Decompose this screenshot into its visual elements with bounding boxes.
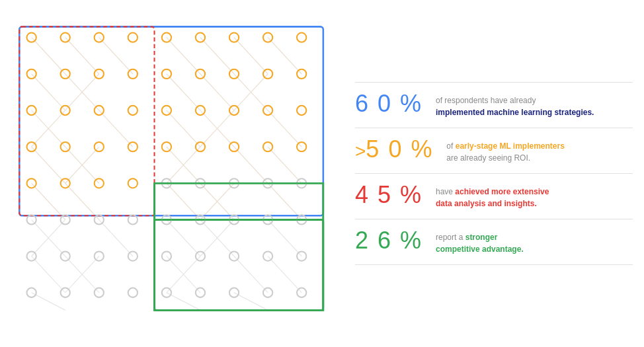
stat-highlight-60: implemented machine learning strategies.: [436, 108, 594, 117]
svg-line-49: [167, 292, 200, 310]
svg-point-80: [297, 105, 306, 114]
svg-line-17: [167, 110, 200, 147]
stats-panel: 6 0 % of respondents have already implem…: [348, 82, 633, 265]
stat-highlight-50a: early-stage ML implementers: [456, 141, 565, 151]
svg-point-67: [162, 69, 171, 78]
stat-item-50: > 5 0 % of early-stage ML implementers a…: [355, 128, 633, 174]
svg-point-54: [26, 32, 36, 42]
svg-line-26: [234, 147, 268, 183]
stat-number-60: 6 0 %: [355, 92, 428, 116]
stat-number-50: 5 0 %: [366, 137, 438, 161]
svg-line-30: [167, 183, 200, 219]
svg-line-16: [99, 110, 133, 147]
svg-line-48: [32, 292, 65, 310]
stat-highlight-45: achieved more extensivedata analysis and…: [436, 187, 549, 208]
svg-point-59: [196, 32, 205, 42]
stat-item-45: 4 5 % have achieved more extensivedata a…: [355, 174, 633, 219]
svg-point-88: [263, 142, 272, 151]
svg-point-120: [128, 288, 138, 297]
svg-line-29: [65, 183, 99, 219]
svg-line-21: [32, 147, 65, 183]
svg-line-0: [32, 37, 65, 73]
svg-line-4: [200, 37, 234, 73]
svg-line-33: [268, 183, 302, 219]
svg-point-75: [128, 105, 138, 114]
stat-prefix-50: >: [355, 141, 366, 162]
main-container: 6 0 % of respondents have already implem…: [11, 12, 633, 336]
svg-line-37: [167, 219, 200, 256]
stat-highlight-26: strongercompetitive advantage.: [436, 233, 524, 254]
svg-rect-126: [155, 219, 323, 310]
svg-point-61: [263, 32, 272, 42]
svg-point-58: [162, 32, 171, 42]
svg-line-6: [268, 37, 302, 73]
dot-grid-visualization: [11, 19, 329, 329]
stat-item-26: 2 6 % report a strongercompetitive advan…: [355, 219, 633, 265]
svg-line-46: [234, 256, 268, 292]
stat-number-26: 2 6 %: [355, 229, 428, 252]
svg-point-111: [128, 251, 138, 260]
stat-text-26: report a strongercompetitive advantage.: [436, 229, 524, 255]
svg-line-1: [65, 37, 99, 73]
svg-point-85: [162, 142, 171, 151]
svg-point-62: [297, 32, 306, 42]
svg-line-5: [234, 37, 268, 73]
svg-line-10: [167, 73, 200, 110]
stat-number-45: 4 5 %: [355, 183, 428, 207]
svg-line-11: [200, 73, 234, 110]
svg-point-93: [128, 178, 138, 188]
svg-line-28: [32, 183, 65, 219]
svg-line-47: [268, 256, 302, 292]
svg-line-36: [99, 219, 133, 256]
svg-point-116: [297, 251, 306, 260]
svg-rect-53: [155, 219, 323, 310]
stat-text-50: of early-stage ML implementers are alrea…: [446, 137, 565, 164]
svg-line-50: [234, 292, 268, 310]
svg-point-83: [95, 142, 104, 151]
svg-point-63: [26, 69, 36, 78]
svg-line-7: [32, 73, 65, 110]
stat-item-60: 6 0 % of respondents have already implem…: [355, 82, 633, 128]
svg-line-27: [268, 147, 302, 183]
svg-line-3: [167, 37, 200, 73]
svg-point-57: [128, 32, 138, 42]
svg-line-40: [268, 219, 302, 256]
svg-line-20: [268, 110, 302, 147]
svg-line-41: [32, 256, 65, 292]
stat-text-60: of respondents have already implemented …: [436, 92, 594, 118]
svg-point-90: [26, 178, 36, 188]
stat-text-45: have achieved more extensivedata analysi…: [436, 183, 549, 210]
svg-point-56: [95, 32, 104, 42]
svg-line-2: [99, 37, 133, 73]
